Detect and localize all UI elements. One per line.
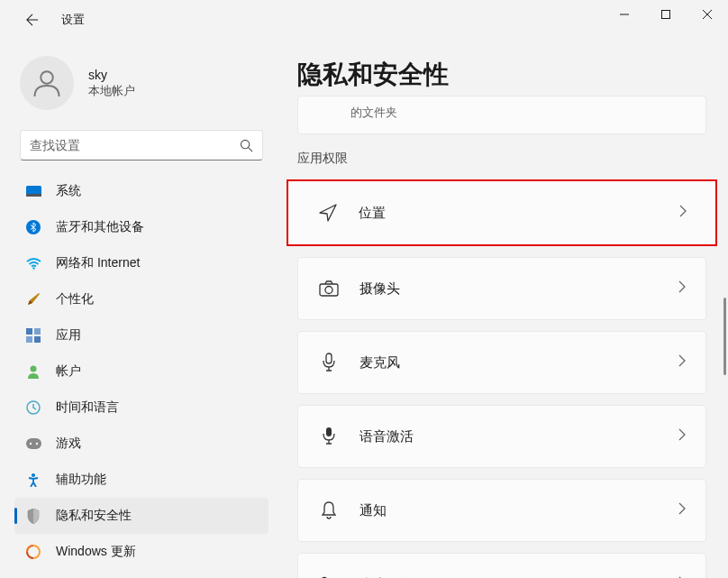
svg-rect-4 (26, 194, 41, 197)
nav-label: 游戏 (56, 436, 81, 452)
close-icon (703, 10, 712, 19)
bluetooth-icon (25, 219, 41, 235)
permission-item-voice[interactable]: 语音激活 (297, 405, 706, 468)
nav-item-gaming[interactable]: 游戏 (14, 426, 268, 462)
chevron-right-icon (678, 502, 686, 518)
sidebar: sky 本地帐户 系统 蓝牙和其他设备 网络和 Internet (0, 40, 276, 578)
profile-name: sky (88, 68, 135, 82)
chevron-right-icon (678, 280, 686, 297)
voice-activation-icon (318, 426, 340, 447)
nav-label: 蓝牙和其他设备 (56, 219, 144, 235)
nav-item-bluetooth[interactable]: 蓝牙和其他设备 (14, 209, 268, 245)
nav-item-network[interactable]: 网络和 Internet (14, 245, 268, 281)
item-label: 通知 (359, 502, 678, 519)
window-controls (604, 0, 728, 29)
item-label: 语音激活 (359, 428, 678, 445)
permission-item-notifications[interactable]: 通知 (297, 479, 706, 542)
location-icon (317, 202, 339, 224)
nav-label: 网络和 Internet (56, 255, 140, 271)
svg-point-19 (325, 287, 332, 294)
nav-item-accounts[interactable]: 帐户 (14, 353, 268, 390)
nav-label: 系统 (56, 183, 81, 199)
update-icon (25, 544, 41, 560)
profile-type: 本地帐户 (88, 84, 135, 99)
svg-point-14 (29, 443, 31, 445)
nav-list: 系统 蓝牙和其他设备 网络和 Internet 个性化 应用 帐户 (7, 173, 276, 570)
nav-item-privacy[interactable]: 隐私和安全性 (14, 498, 268, 534)
chevron-right-icon (679, 205, 687, 221)
nav-label: Windows 更新 (56, 544, 136, 560)
system-icon (25, 183, 41, 199)
microphone-icon (318, 352, 340, 373)
nav-item-system[interactable]: 系统 (14, 173, 268, 209)
svg-point-1 (41, 71, 53, 84)
account-icon (25, 363, 41, 380)
svg-rect-7 (26, 328, 32, 335)
nav-item-time[interactable]: 时间和语言 (14, 390, 268, 426)
titlebar: 设置 (0, 0, 728, 40)
item-label: 位置 (359, 205, 679, 222)
minimize-icon (620, 10, 629, 19)
partial-card[interactable]: 的文件夹 (297, 96, 706, 134)
svg-rect-21 (326, 427, 332, 436)
maximize-button[interactable] (645, 0, 687, 29)
account-info-icon (318, 573, 340, 578)
back-button[interactable] (20, 7, 45, 32)
nav-label: 应用 (56, 327, 81, 344)
partial-card-text: 的文件夹 (350, 106, 397, 119)
back-arrow-icon (26, 14, 39, 26)
nav-label: 帐户 (56, 363, 81, 380)
apps-icon (25, 327, 41, 344)
permission-item-account-info[interactable]: 帐户信息 (297, 553, 706, 578)
page-title: 隐私和安全性 (297, 58, 706, 92)
permission-item-location[interactable]: 位置 (287, 179, 717, 246)
gaming-icon (25, 436, 41, 452)
svg-point-16 (32, 473, 35, 477)
section-title: 应用权限 (297, 151, 706, 167)
svg-rect-20 (326, 353, 332, 363)
svg-rect-13 (26, 438, 41, 449)
main-content: 隐私和安全性 的文件夹 应用权限 位置 摄像头 麦克风 (276, 40, 728, 578)
nav-item-personalize[interactable]: 个性化 (14, 281, 268, 317)
item-label: 摄像头 (359, 280, 678, 298)
svg-rect-10 (34, 336, 41, 343)
search-input[interactable] (30, 139, 240, 152)
camera-icon (318, 278, 340, 299)
nav-item-update[interactable]: Windows 更新 (14, 534, 268, 570)
app-title: 设置 (61, 13, 85, 28)
accessibility-icon (25, 472, 41, 488)
person-icon (31, 67, 63, 99)
scrollbar-thumb[interactable] (723, 298, 726, 375)
svg-rect-8 (34, 328, 41, 335)
bell-icon (318, 500, 340, 521)
permission-item-microphone[interactable]: 麦克风 (297, 331, 706, 394)
nav-label: 辅助功能 (56, 472, 106, 488)
search-icon (240, 139, 253, 152)
wifi-icon (25, 255, 41, 271)
search-box[interactable] (20, 130, 263, 161)
permission-item-camera[interactable]: 摄像头 (297, 257, 706, 320)
svg-point-15 (35, 443, 37, 445)
maximize-icon (661, 10, 670, 19)
nav-label: 时间和语言 (56, 399, 119, 416)
svg-rect-9 (26, 336, 32, 343)
paintbrush-icon (25, 291, 41, 307)
item-label: 麦克风 (359, 354, 678, 372)
nav-item-apps[interactable]: 应用 (14, 317, 268, 353)
avatar (20, 56, 74, 110)
scrollbar[interactable] (723, 40, 726, 578)
shield-icon (25, 508, 41, 524)
svg-rect-0 (662, 11, 670, 19)
svg-point-6 (32, 267, 34, 269)
clock-icon (25, 399, 41, 416)
profile-section[interactable]: sky 本地帐户 (7, 40, 276, 126)
chevron-right-icon (678, 354, 686, 371)
nav-label: 个性化 (56, 291, 94, 307)
minimize-button[interactable] (604, 0, 645, 29)
svg-point-2 (241, 140, 249, 148)
nav-item-accessibility[interactable]: 辅助功能 (14, 462, 268, 498)
nav-label: 隐私和安全性 (56, 508, 132, 524)
chevron-right-icon (678, 428, 686, 445)
close-button[interactable] (687, 0, 728, 29)
svg-point-11 (31, 366, 37, 372)
